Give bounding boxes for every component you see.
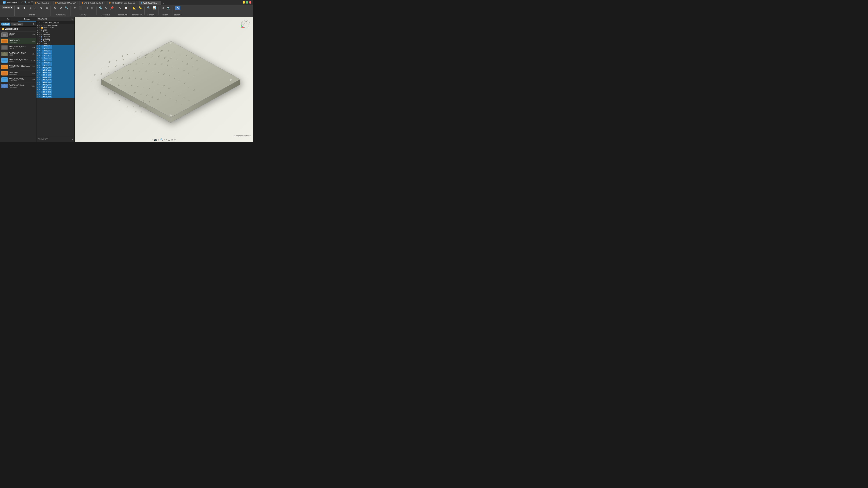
tab-wordclockface[interactable]: WORDCLOCK_FACE v1 × [80, 1, 107, 5]
browser-root[interactable]: ▾ 👁 ◈ ⚑ WORDCLOCK v5 [36, 21, 74, 24]
assemble-btn3[interactable]: 📌 [110, 6, 115, 10]
browser-block11[interactable]: ▶ 👁 ⬡ Block_11:1 [36, 69, 74, 71]
automate-btn1[interactable]: ⚙ [53, 6, 58, 10]
refresh-icon[interactable]: ↺ [21, 1, 23, 4]
browser-extrude3[interactable]: 👁 ◧ Extrude3 [36, 40, 74, 42]
viewport-plus-icon[interactable]: + [166, 138, 167, 141]
automate-btn3[interactable]: 🔧 [64, 6, 69, 10]
tab-close-icon[interactable]: × [158, 2, 159, 4]
modify-btn1[interactable]: ✂ [72, 6, 78, 10]
automate-btn2[interactable]: ⟳ [58, 6, 64, 10]
comments-expand-icon[interactable]: + [72, 138, 73, 140]
tab-close-icon[interactable]: × [136, 2, 137, 4]
viewport-minus-icon[interactable]: − [164, 138, 165, 141]
assemble-btn1[interactable]: 🔩 [98, 6, 103, 10]
tab-people[interactable]: People [18, 17, 36, 22]
modify-btn2[interactable]: ⬛ [78, 6, 83, 10]
doc-wordclock-face[interactable]: WORDCLOCK_FACE 8/9/23 V1▾ [0, 51, 36, 57]
insert-btn2[interactable]: 📷 [166, 6, 171, 10]
viewport-zoom-icon[interactable]: 🔍 [160, 138, 163, 141]
browser-block17[interactable]: ▶ 👁 ⬡ Block_17:1 [36, 84, 74, 86]
settings-icon[interactable]: ⚙ [33, 23, 35, 25]
viewport-camera-icon[interactable]: 📷 [154, 138, 157, 141]
create-more-btn[interactable]: ⊕ [44, 6, 50, 10]
browser-close-icon[interactable]: ✕ [71, 18, 73, 20]
doc-wordclock[interactable]: WORDCLOCK 7:09:48 PM V6▾ [0, 38, 36, 44]
browser-block10[interactable]: ▶ 👁 ⬡ Block_10:1 [36, 66, 74, 69]
browser-block22[interactable]: ▶ 👁 ⬡ Block_22:1 [36, 96, 74, 98]
doc-wordclock2[interactable]: WordClock2 6:40:27 PM V2▾ [0, 70, 36, 76]
doc-wordclock-stripholder[interactable]: WORDCLOCK_StripHolder 7/30/23 V2▾ [0, 64, 36, 70]
browser-sketches[interactable]: ▾ 👁 ✏ Sketches [36, 33, 74, 36]
browser-block6[interactable]: ▶ 👁 ⬡ Block_6:1 [36, 57, 74, 59]
tab-wordclockstrip[interactable]: WORDCLOCK_StripHolder v2 × [107, 1, 139, 5]
modify-btn3[interactable]: ⊡ [84, 6, 89, 10]
viewport-home-icon[interactable]: ⌂ [152, 138, 153, 141]
create-freeform-btn[interactable]: ✤ [38, 6, 44, 10]
search-icon[interactable]: 🔍 [24, 1, 27, 4]
tab-close-icon[interactable]: × [77, 2, 78, 4]
browser-block14[interactable]: ▶ 👁 ⬡ Block_14:1 [36, 76, 74, 78]
doc-wordclockcenter[interactable]: WORDCLOCKCenter 7:09:49 PM V10▾ [0, 83, 36, 89]
browser-block2[interactable]: ▶ 👁 ⬡ Block_2:1 [36, 47, 74, 50]
browser-named-views[interactable]: ▶ 👁 🎦 Named Views [36, 27, 74, 29]
tab-wordclock2[interactable]: WordClock2 v2 × [33, 1, 53, 5]
browser-block19[interactable]: ▶ 👁 ⬡ Block_19:1 [36, 88, 74, 91]
assemble-btn2[interactable]: ⚙ [104, 6, 109, 10]
browser-bodies[interactable]: ▶ 👁 ⬡ Bodies [36, 31, 74, 33]
create-revolve-btn[interactable]: ◑ [21, 6, 27, 10]
browser-block13[interactable]: ▶ 👁 ⬡ Block_13:1 [36, 74, 74, 76]
insert-btn1[interactable]: ⊕ [160, 6, 165, 10]
browser-block5[interactable]: ▶ 👁 ⬡ Block_5:1 [36, 54, 74, 57]
tab-data[interactable]: Data [0, 17, 18, 22]
configure-btn1[interactable]: ⚙ [118, 6, 123, 10]
browser-block7[interactable]: ▶ 👁 ⬡ Block_7:1 [36, 59, 74, 62]
browser-block0[interactable]: ▶ 👁 ⬡ Block_0:1 [36, 42, 74, 44]
new-tab-button[interactable]: + [161, 2, 165, 5]
tab-wordclockassy[interactable]: WORDCLOCKAssy v6* × [53, 1, 80, 5]
browser-block15[interactable]: ▶ 👁 ⬡ Block_15:1 [36, 78, 74, 81]
minimize-button[interactable] [243, 1, 245, 4]
viewport-grid-icon[interactable]: ⊞ [171, 138, 173, 141]
construct-btn2[interactable]: 📏 [138, 6, 143, 10]
grid-icon[interactable]: ⊞ [28, 1, 30, 4]
browser-doc-settings[interactable]: ▶ 👁 ⚙ Document Settings [36, 24, 74, 27]
browser-block20[interactable]: ▶ 👁 ⬡ Block_20:1 [36, 91, 74, 93]
construct-btn1[interactable]: 📐 [132, 6, 137, 10]
design-dropdown[interactable]: DESIGN ▾ [2, 6, 13, 9]
browser-block4[interactable]: ▶ 👁 ⬡ Block_4:1 [36, 52, 74, 54]
new-folder-button[interactable]: New Folder [11, 23, 24, 26]
tab-close-icon[interactable]: × [50, 2, 51, 4]
browser-extrude2[interactable]: 👁 ◧ Extrude2 [36, 38, 74, 40]
browser-extrude1[interactable]: 👁 ◧ Extrude1 [36, 36, 74, 38]
apps-icon[interactable]: ☰ [31, 1, 33, 4]
create-sweep-btn[interactable]: ⬡ [27, 6, 32, 10]
browser-block21[interactable]: ▶ 👁 ⬡ Block_21:1 [36, 93, 74, 96]
browser-block3[interactable]: ▶ 👁 ⬡ Block_3:1 [36, 50, 74, 52]
create-extrude-btn[interactable]: ▣ [16, 6, 21, 10]
doc-diffuser[interactable]: Diffuser 8/9/23 V1▾ [0, 32, 36, 38]
browser-block1[interactable]: ▶ 👁 ⬡ Block_1:1 [36, 44, 74, 47]
create-loft-btn[interactable]: ◇ [33, 6, 38, 10]
inspect-btn2[interactable]: 📊 [152, 6, 157, 10]
viewport-fit-icon[interactable]: ⊡ [157, 138, 159, 141]
browser-origin[interactable]: ▶ 👁 ⊕ Origin [36, 29, 74, 31]
inspect-btn1[interactable]: 🔍 [146, 6, 151, 10]
modify-btn4[interactable]: ⊕ [90, 6, 95, 10]
doc-wordclock-middle[interactable]: WORDCLOCK_MIDDLE 3/28/24 V10▾ [0, 57, 36, 64]
browser-block18[interactable]: ▶ 👁 ⬡ Block_18:1 [36, 86, 74, 88]
close-button[interactable] [249, 1, 251, 4]
upload-button[interactable]: Upload [1, 23, 10, 26]
viewport[interactable]: T W L L I S S E R C X I M E [75, 17, 253, 141]
viewport-display-icon[interactable]: ◻ [168, 138, 170, 141]
view-cube[interactable]: TOP FRONT LEFT X Y Z [241, 19, 251, 29]
tab-wordclockv5[interactable]: WORDCLOCK v5 × [139, 1, 161, 5]
tab-close-icon[interactable]: × [104, 2, 105, 4]
select-btn[interactable]: ↖ [175, 6, 180, 10]
browser-block12[interactable]: ▶ 👁 ⬡ Block_12:1 [36, 71, 74, 74]
viewport-settings-icon[interactable]: ⚙ [174, 138, 176, 141]
browser-block8[interactable]: ▶ 👁 ⬡ Block_8:1 [36, 62, 74, 64]
doc-wordclockassy[interactable]: WORDCLOCKAssy 7:09:49 PM V6▾ [0, 76, 36, 83]
user-menu[interactable]: AV Aiden Vigue ▾ [1, 1, 20, 4]
configure-btn2[interactable]: 📋 [123, 6, 129, 10]
